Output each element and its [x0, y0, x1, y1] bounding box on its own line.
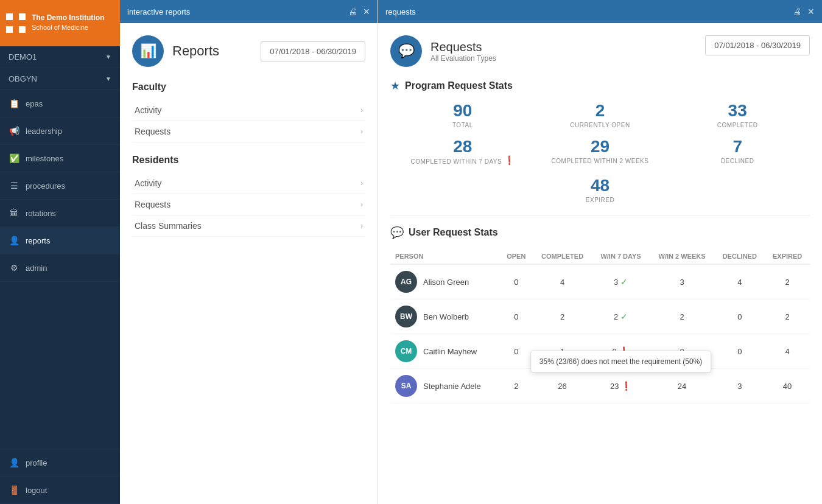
program-stats-header: ★ Program Request Stats: [390, 79, 810, 93]
sidebar: The Demo Institution School of Medicine …: [0, 0, 120, 504]
th-declined: DECLINED: [714, 249, 765, 264]
declined-count: 4: [714, 264, 765, 299]
program-stats-grid: 90TOTAL2CURRENTLY OPEN33COMPLETED28 COMP…: [390, 102, 810, 165]
sidebar-item-logout[interactable]: 🚪logout: [0, 477, 120, 504]
table-row: SA Stephanie Adele 226 23 ❗ 35% (23/66) …: [390, 369, 810, 404]
completed-count: 26: [533, 369, 592, 404]
user-stats-table: PERSONOPENCOMPLETEDW/IN 7 DAYSW/IN 2 WEE…: [390, 249, 810, 404]
sidebar-item-profile[interactable]: 👤profile: [0, 449, 120, 477]
open-count: 0: [500, 264, 533, 299]
program-stats-title: Program Request Stats: [405, 80, 513, 91]
chevron-down-icon: ▼: [105, 75, 111, 82]
sidebar-label-procedures: procedures: [26, 181, 65, 191]
procedures-icon: ☰: [9, 181, 19, 191]
sidebar-label-epas: epas: [26, 99, 43, 108]
left-panel-actions: 🖨 ✕: [348, 7, 370, 16]
stat-number: 2: [534, 102, 667, 119]
expired-count: 40: [765, 369, 810, 404]
w7days-count: 2 ✓: [592, 299, 649, 334]
w7days-count: 23 ❗ 35% (23/66) does not meet the requi…: [592, 369, 649, 404]
institution-name: The Demo Institution: [32, 13, 104, 22]
w7days-count: 3 ✓: [592, 264, 649, 299]
sidebar-item-reports[interactable]: 👤reports: [0, 227, 120, 254]
warning-icon: ❗: [621, 381, 631, 391]
expired-label: EXPIRED: [396, 197, 804, 203]
rotations-icon: 🏛: [9, 208, 19, 218]
th-w/in-2-weeks: W/IN 2 WEEKS: [650, 249, 715, 264]
sidebar-item-leadership[interactable]: 📢leadership: [0, 117, 120, 145]
demo1-dropdown[interactable]: DEMO1 ▼: [0, 46, 120, 68]
obgyn-dropdown[interactable]: OBGYN ▼: [0, 68, 120, 90]
table-row: BW Ben Wolberb 022 ✓202: [390, 299, 810, 334]
close-icon[interactable]: ✕: [363, 7, 370, 16]
requests-subtitle: All Evaluation Types: [430, 54, 496, 63]
left-panel-header: interactive reports 🖨 ✕: [120, 0, 378, 23]
logo-text: The Demo Institution School of Medicine: [32, 13, 104, 32]
print-icon[interactable]: 🖨: [793, 7, 801, 16]
right-panel: requests 🖨 ✕ 💬 Requests All Evaluation T…: [378, 0, 822, 504]
right-date-range[interactable]: 07/01/2018 - 06/30/2019: [705, 35, 810, 55]
stat-completed-within-7-days: 28 COMPLETED WITHIN 7 DAYS ❗: [396, 138, 529, 165]
stat-number: 28: [396, 138, 529, 155]
sidebar-item-milestones[interactable]: ✅milestones: [0, 145, 120, 172]
check-icon: ✓: [620, 277, 628, 287]
user-stats-header: 💬 User Request Stats: [390, 226, 810, 239]
expired-count: 4: [765, 334, 810, 369]
sidebar-item-rotations[interactable]: 🏛rotations: [0, 200, 120, 227]
epas-icon: 📋: [9, 99, 19, 108]
expired-stat: 48 EXPIRED: [390, 177, 810, 203]
logo-cross-icon: [6, 13, 26, 33]
left-panel-title: interactive reports: [127, 7, 190, 16]
avatar-sa: SA: [395, 375, 417, 397]
close-icon[interactable]: ✕: [807, 7, 815, 16]
stat-currently-open: 2CURRENTLY OPEN: [534, 102, 667, 128]
w2weeks-count: 3: [650, 264, 715, 299]
th-w/in-7-days: W/IN 7 DAYS: [592, 249, 649, 264]
declined-count: 3: [714, 369, 765, 404]
open-count: 2: [500, 369, 533, 404]
open-count: 0: [500, 299, 533, 334]
left-date-range[interactable]: 07/01/2018 - 06/30/2019: [261, 41, 365, 61]
menu-item-requests[interactable]: Requests ›: [132, 194, 365, 215]
check-icon: ✓: [620, 312, 628, 321]
main-area: interactive reports 🖨 ✕ 📊 Reports 07/01/…: [120, 0, 822, 504]
sidebar-item-procedures[interactable]: ☰procedures: [0, 172, 120, 200]
reports-icon: 📊: [132, 35, 164, 67]
th-person: PERSON: [390, 249, 500, 264]
right-panel-actions: 🖨 ✕: [793, 7, 815, 16]
person-cell-bw: BW Ben Wolberb: [390, 299, 500, 334]
menu-item-activity[interactable]: Activity ›: [132, 173, 365, 194]
menu-item-activity[interactable]: Activity ›: [132, 100, 365, 121]
menu-item-class-summaries[interactable]: Class Summaries ›: [132, 215, 365, 237]
table-body: AG Alison Green 043 ✓342 BW Ben Wolberb …: [390, 264, 810, 404]
person-cell-cm: CM Caitlin Mayhew: [390, 334, 500, 369]
profile-icon: 👤: [9, 458, 19, 467]
expired-count: 2: [765, 264, 810, 299]
requests-header-row: 💬 Requests All Evaluation Types 07/01/20…: [390, 35, 810, 67]
sidebar-item-epas[interactable]: 📋epas: [0, 90, 120, 117]
requests-title-block: Requests All Evaluation Types: [430, 40, 496, 63]
sidebar-label-admin: admin: [26, 264, 47, 273]
sidebar-label-milestones: milestones: [26, 154, 63, 163]
stat-number: 7: [671, 138, 804, 155]
sidebar-label-leadership: leadership: [26, 127, 62, 136]
sidebar-label-logout: logout: [26, 486, 47, 495]
stat-number: 90: [396, 102, 529, 119]
left-panel-body: 📊 Reports 07/01/2018 - 06/30/2019 Facult…: [120, 23, 378, 504]
sidebar-label-reports: reports: [26, 236, 50, 245]
th-open: OPEN: [500, 249, 533, 264]
obgyn-label: OBGYN: [9, 74, 37, 83]
avatar-ag: AG: [395, 271, 417, 293]
sidebar-item-admin[interactable]: ⚙admin: [0, 254, 120, 282]
expired-number: 48: [396, 177, 804, 194]
menu-item-requests[interactable]: Requests ›: [132, 121, 365, 142]
sidebar-label-rotations: rotations: [26, 209, 56, 218]
person-name-bw: Ben Wolberb: [423, 312, 469, 321]
person-name-ag: Alison Green: [423, 278, 469, 287]
stat-total: 90TOTAL: [396, 102, 529, 128]
person-name-sa: Stephanie Adele: [423, 382, 481, 391]
section-title-faculty: Faculty: [132, 82, 365, 93]
w2weeks-count: 24: [650, 369, 715, 404]
print-icon[interactable]: 🖨: [348, 7, 357, 16]
table-row: AG Alison Green 043 ✓342: [390, 264, 810, 299]
